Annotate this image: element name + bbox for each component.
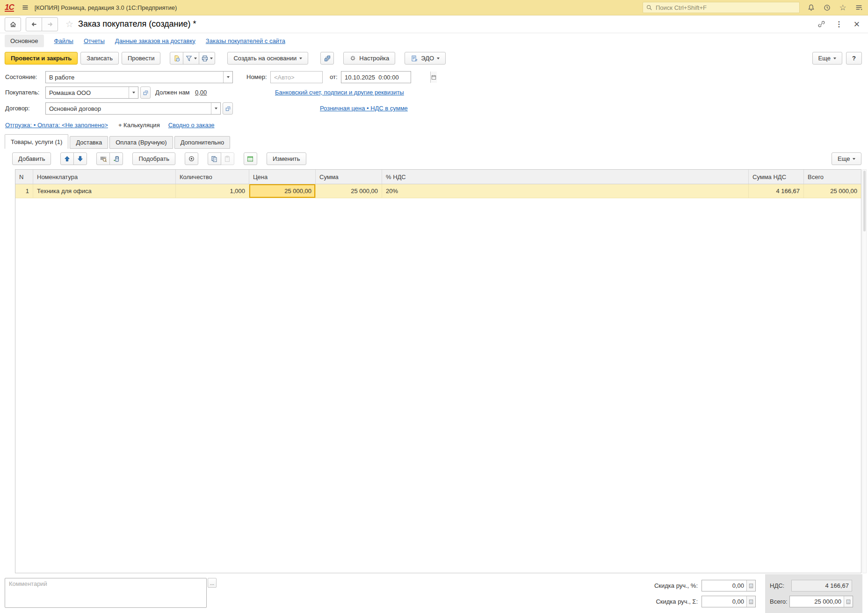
history-clock-icon[interactable] xyxy=(822,3,832,12)
move-up-button[interactable] xyxy=(60,152,74,165)
chevron-down-icon[interactable] xyxy=(129,87,138,98)
post-button[interactable]: Провести xyxy=(122,52,161,65)
nav-item-site-orders[interactable]: Заказы покупателей с сайта xyxy=(206,37,285,44)
help-button[interactable]: ? xyxy=(846,52,862,65)
debt-amount-link[interactable]: 0,00 xyxy=(195,87,207,99)
contract-combo[interactable]: Основной договор xyxy=(45,102,221,115)
visibility-button[interactable] xyxy=(185,152,198,165)
more-dots-icon[interactable]: ⋮ xyxy=(834,20,844,29)
table-row[interactable]: 1 Техника для офиса 1,000 25 000,00 25 0… xyxy=(15,184,861,198)
app-title: [КОПИЯ] Розница, редакция 3.0 (1С:Предпр… xyxy=(35,4,177,11)
price-type-link[interactable]: Розничная цена • НДС в сумме xyxy=(320,102,408,115)
calculation-link[interactable]: + Калькуляция xyxy=(118,122,160,129)
column-header-vat-sum[interactable]: Сумма НДС xyxy=(749,170,804,184)
grand-total-field[interactable] xyxy=(789,596,853,607)
tab-goods-services[interactable]: Товары, услуги (1) xyxy=(5,134,68,149)
tab-payment[interactable]: Оплата (Вручную) xyxy=(109,136,173,149)
shipment-payment-link[interactable]: Отгрузка: • Оплата: <Не заполнено> xyxy=(5,122,108,129)
vertical-scrollbar[interactable] xyxy=(862,169,867,573)
state-combo[interactable]: В работе xyxy=(45,71,233,83)
service-menu-icon[interactable] xyxy=(854,3,863,12)
cell-qty[interactable]: 1,000 xyxy=(176,184,249,198)
bank-details-link[interactable]: Банковский счет, подписи и другие реквиз… xyxy=(275,87,404,99)
nav-item-reports[interactable]: Отчеты xyxy=(84,37,105,44)
chevron-down-icon[interactable] xyxy=(211,103,220,114)
number-field[interactable] xyxy=(270,71,323,83)
global-search[interactable] xyxy=(643,2,800,13)
calendar-icon[interactable] xyxy=(430,72,437,83)
create-on-basis-button[interactable]: Создать на основании xyxy=(227,52,308,65)
tab-delivery[interactable]: Доставка xyxy=(70,136,108,149)
table-more-button[interactable]: Еще xyxy=(832,152,861,165)
table-settings-button[interactable] xyxy=(244,152,257,165)
calculator-icon[interactable] xyxy=(844,596,853,607)
document-header-form: Состояние: В работе Номер: от: Покупател… xyxy=(0,68,868,118)
pick-items-button[interactable]: Подобрать xyxy=(132,152,175,165)
calculator-icon[interactable] xyxy=(746,596,755,607)
move-down-button[interactable] xyxy=(73,152,87,165)
cell-vat-sum[interactable]: 4 166,67 xyxy=(749,184,804,198)
paste-button[interactable] xyxy=(221,152,234,165)
write-button[interactable]: Записать xyxy=(80,52,119,65)
column-header-total[interactable]: Всего xyxy=(804,170,861,184)
open-customer-button[interactable] xyxy=(140,87,151,99)
add-row-button[interactable]: Добавить xyxy=(12,152,51,165)
comment-expand-button[interactable]: ... xyxy=(208,578,217,588)
close-icon[interactable]: × xyxy=(852,20,861,29)
tab-additional[interactable]: Дополнительно xyxy=(174,136,231,149)
edo-icon xyxy=(411,55,418,62)
column-header-vat-pct[interactable]: % НДС xyxy=(382,170,749,184)
back-button[interactable] xyxy=(26,17,42,31)
top-bar: 1С [КОПИЯ] Розница, редакция 3.0 (1С:Пре… xyxy=(0,0,868,15)
cell-total[interactable]: 25 000,00 xyxy=(804,184,861,198)
cell-sum[interactable]: 25 000,00 xyxy=(316,184,382,198)
copy-button[interactable] xyxy=(208,152,221,165)
discount-pct-input[interactable] xyxy=(702,580,746,591)
date-input[interactable] xyxy=(341,74,430,81)
nav-item-files[interactable]: Файлы xyxy=(54,37,73,44)
order-summary-link[interactable]: Сводно о заказе xyxy=(168,122,215,129)
date-field[interactable] xyxy=(341,71,411,83)
post-and-close-button[interactable]: Провести и закрыть xyxy=(5,52,78,65)
column-header-sum[interactable]: Сумма xyxy=(316,170,382,184)
discount-pct-field[interactable] xyxy=(702,580,756,591)
column-header-price[interactable]: Цена xyxy=(249,170,316,184)
discount-sum-input[interactable] xyxy=(702,596,746,607)
notifications-bell-icon[interactable] xyxy=(806,3,816,12)
nav-item-main[interactable]: Основное xyxy=(5,35,44,47)
chevron-down-icon[interactable] xyxy=(223,72,232,83)
grand-total-input[interactable] xyxy=(790,596,844,607)
document-clock-button[interactable] xyxy=(170,52,183,65)
main-menu-hamburger-icon[interactable] xyxy=(21,3,30,12)
cell-vat-pct[interactable]: 20% xyxy=(382,184,749,198)
discount-sum-field[interactable] xyxy=(702,596,756,607)
cell-price-active[interactable]: 25 000,00 xyxy=(249,184,316,198)
print-button[interactable] xyxy=(199,52,215,65)
get-link-icon[interactable] xyxy=(817,20,826,29)
settings-button[interactable]: Настройка xyxy=(343,52,395,65)
data-terminal-button[interactable] xyxy=(109,152,123,165)
column-header-n[interactable]: N xyxy=(15,170,33,184)
cell-nomenclature[interactable]: Техника для офиса xyxy=(33,184,176,198)
home-button[interactable] xyxy=(5,17,21,31)
favorites-star-icon[interactable]: ☆ xyxy=(838,3,847,12)
customer-combo[interactable]: Ромашка ООО xyxy=(45,87,138,99)
barcode-scan-button[interactable] xyxy=(96,152,110,165)
search-input[interactable] xyxy=(655,4,796,12)
filter-button[interactable] xyxy=(183,52,199,65)
comment-textarea[interactable] xyxy=(5,578,207,608)
column-header-nomenclature[interactable]: Номенклатура xyxy=(33,170,176,184)
scrollbar-thumb[interactable] xyxy=(863,171,866,231)
calculator-icon[interactable] xyxy=(746,580,755,591)
more-button[interactable]: Еще xyxy=(812,52,842,65)
related-documents-button[interactable] xyxy=(320,52,334,65)
edo-button[interactable]: ЭДО xyxy=(405,52,446,65)
open-contract-button[interactable] xyxy=(223,102,233,115)
cell-n[interactable]: 1 xyxy=(15,184,33,198)
nav-item-delivery-orders[interactable]: Данные заказов на доставку xyxy=(115,37,195,44)
column-header-qty[interactable]: Количество xyxy=(176,170,249,184)
chevron-down-icon xyxy=(853,158,855,160)
favorite-star-icon[interactable]: ☆ xyxy=(65,19,73,29)
edit-row-button[interactable]: Изменить xyxy=(267,152,306,165)
forward-button[interactable] xyxy=(42,17,58,31)
